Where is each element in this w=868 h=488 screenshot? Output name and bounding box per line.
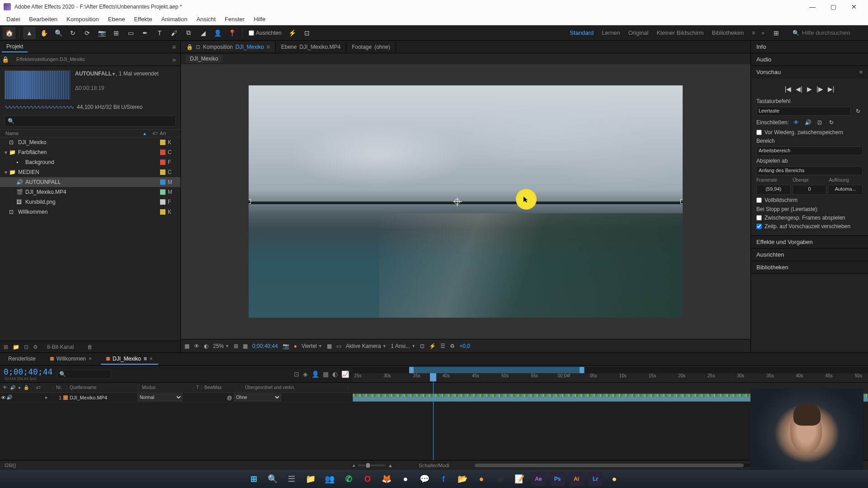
help-search[interactable]: 🔍 <box>793 29 865 36</box>
trash-icon[interactable]: 🗑 <box>87 344 93 350</box>
rotate-tool-icon[interactable]: ⟳ <box>81 27 94 39</box>
col-nr[interactable]: Nr. <box>53 385 67 390</box>
snap-grid-icon[interactable]: ⊡ <box>301 27 313 39</box>
interpret-icon[interactable]: ⊞ <box>4 344 8 350</box>
project-item[interactable]: 🔊AUTOUNFALLM <box>0 177 180 187</box>
playhead[interactable] <box>430 373 436 381</box>
workspace-standard[interactable]: Standard <box>570 29 594 36</box>
project-item[interactable]: ▪BackgroundF <box>0 157 180 167</box>
channel-icon[interactable]: 👁 <box>194 343 199 349</box>
resolution-field[interactable]: Automa... <box>828 185 863 195</box>
play-button[interactable]: ▶ <box>807 85 812 93</box>
alpha-toggle-icon[interactable]: ▦ <box>184 343 189 349</box>
layer-visibility-icon[interactable]: 👁 <box>0 395 6 400</box>
comp-tab[interactable]: 🔒⊡KompositionDJI_Mexiko≡ <box>181 42 276 52</box>
video-include-icon[interactable]: 👁 <box>792 118 801 127</box>
shape-tool-icon[interactable]: ▭ <box>124 27 137 39</box>
taskbar-ai-icon[interactable]: Ai <box>569 472 584 486</box>
preview-panel-tab[interactable]: Vorschau≡ <box>751 66 868 78</box>
region-icon[interactable]: ▭ <box>336 343 341 349</box>
hide-shy-icon[interactable]: 👤 <box>311 371 319 378</box>
menu-ebene[interactable]: Ebene <box>104 14 130 24</box>
taskbar-firefox-icon[interactable]: 🦊 <box>379 472 394 486</box>
exposure[interactable]: +0,0 <box>459 343 470 349</box>
panel-menu-icon[interactable]: ≡ <box>267 44 270 50</box>
col-t[interactable]: T <box>193 385 202 390</box>
pixel-aspect-icon[interactable]: ⊡ <box>420 343 425 349</box>
home-tool-icon[interactable]: 🏠 <box>3 27 15 39</box>
workspace-kleiner-bildschirm[interactable]: Kleiner Bildschirm <box>656 29 703 36</box>
timeline-navigator[interactable] <box>353 367 868 373</box>
navigator-knob-left[interactable] <box>409 367 414 373</box>
workspace-lernen[interactable]: Lernen <box>602 29 620 36</box>
orbit-tool-icon[interactable]: ↻ <box>66 27 79 39</box>
menu-hilfe[interactable]: Hilfe <box>249 14 270 24</box>
close-icon[interactable]: × <box>89 356 92 362</box>
layer-handle-right[interactable] <box>680 199 683 204</box>
preview-frame[interactable] <box>249 85 683 318</box>
effects-panel-tab[interactable]: Effekte und Vorgaben <box>751 236 868 248</box>
eye-col-icon[interactable]: 👁 <box>3 385 7 390</box>
toggle-switches-icon[interactable]: ⊡ <box>5 462 9 468</box>
toggle-in-out-icon[interactable]: {} <box>13 463 16 468</box>
col-parent[interactable]: Übergeordnet und verkn. <box>242 385 348 390</box>
overlay-include-icon[interactable]: ⊡ <box>815 118 824 127</box>
skip-field[interactable]: 0 <box>793 185 827 195</box>
menu-animation[interactable]: Animation <box>157 14 192 24</box>
taskbar-opera-icon[interactable]: O <box>360 472 375 486</box>
next-frame-button[interactable]: |▶ <box>816 85 823 93</box>
col-source[interactable]: Quellenname <box>67 385 139 390</box>
hand-tool-icon[interactable]: ✋ <box>38 27 50 39</box>
col-mode[interactable]: Modus <box>139 385 193 390</box>
taskbar-folder-icon[interactable]: 📂 <box>455 472 470 486</box>
align-panel-tab[interactable]: Ausrichten <box>751 249 868 261</box>
taskbar-facebook-icon[interactable]: f <box>436 472 451 486</box>
label-col-icon[interactable]: 🏷 <box>36 385 41 390</box>
selection-tool-icon[interactable]: ▲ <box>23 27 36 39</box>
newcomp-icon[interactable]: ⊡ <box>24 344 28 350</box>
taskbar-app1-icon[interactable]: ● <box>398 472 413 486</box>
col-trackmatte[interactable]: BewMas <box>202 385 242 390</box>
taskbar-windows-icon[interactable]: ⊞ <box>246 472 261 486</box>
zoom-tool-icon[interactable]: 🔍 <box>52 27 65 39</box>
timeline-search[interactable]: 🔍 <box>57 370 111 379</box>
taskbar-tasks-icon[interactable]: ☰ <box>284 472 299 486</box>
close-icon[interactable]: × <box>150 356 153 362</box>
zoom-out-icon[interactable]: ▴ <box>353 462 355 468</box>
panel-menu-icon[interactable]: ≡ <box>859 69 863 75</box>
project-item[interactable]: 🖼Kursbild.pngF <box>0 197 180 207</box>
project-item[interactable]: ▼📁FarbflächenC <box>0 147 180 157</box>
col-name[interactable]: Name <box>5 131 142 136</box>
zoom-dropdown[interactable]: 25%▼ <box>213 343 229 349</box>
views-dropdown[interactable]: 1 Ansi...▼ <box>391 343 416 349</box>
menu-komposition[interactable]: Komposition <box>62 14 104 24</box>
taskbar-ae-icon[interactable]: Ae <box>531 472 546 486</box>
switches-modes-toggle[interactable]: Schalter/Modi <box>419 463 449 468</box>
audio-include-icon[interactable]: 🔊 <box>803 118 812 127</box>
layer-color-swatch[interactable] <box>63 395 68 400</box>
navigator-knob-right[interactable] <box>580 367 584 373</box>
frame-blend-icon[interactable]: ▦ <box>323 371 329 378</box>
menu-bearbeiten[interactable]: Bearbeiten <box>24 14 62 24</box>
timeline-tab[interactable]: Renderliste <box>3 354 41 365</box>
taskbar-whatsapp-icon[interactable]: ✆ <box>341 472 356 486</box>
timeline-tab[interactable]: Willkommen× <box>45 354 97 365</box>
draft3d-icon[interactable]: ◈ <box>303 371 308 378</box>
grid-icon[interactable]: ⊞ <box>234 343 238 349</box>
motion-blur-icon[interactable]: ◐ <box>332 371 338 378</box>
project-item[interactable]: ▼📁MEDIENC <box>0 167 180 177</box>
fast-preview-icon[interactable]: ⚡ <box>429 343 436 349</box>
settings-icon[interactable]: ⚙ <box>33 344 38 350</box>
play-cached-checkbox[interactable] <box>756 215 762 221</box>
transparency-icon[interactable]: ▦ <box>327 343 332 349</box>
newfolder-icon[interactable]: 📁 <box>13 344 19 350</box>
composition-viewer[interactable] <box>181 64 750 339</box>
cache-checkbox[interactable] <box>756 130 762 135</box>
taskbar-app3-icon[interactable]: ● <box>607 472 622 486</box>
camera-dropdown[interactable]: Aktive Kamera▼ <box>346 343 387 349</box>
resolution-dropdown[interactable]: Viertel▼ <box>302 343 322 349</box>
lock-col-icon[interactable]: 🔒 <box>24 385 29 390</box>
lock-icon[interactable]: 🔒 <box>2 56 9 63</box>
menu-datei[interactable]: Datei <box>2 14 24 24</box>
project-item[interactable]: ⊡WillkommenK <box>0 207 180 217</box>
